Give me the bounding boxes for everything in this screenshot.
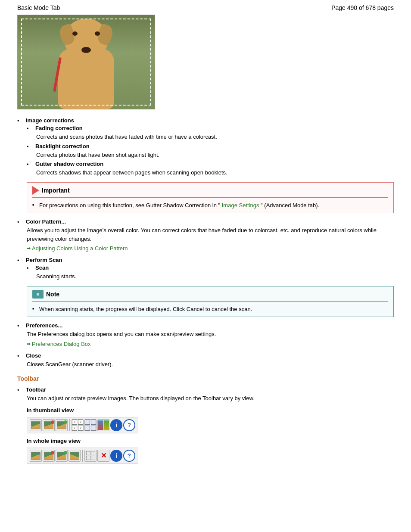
dog-eye-left [72, 31, 78, 36]
bullet-symbol-6: • [17, 257, 26, 264]
thumbnail-view-label: In thumbnail view [27, 407, 394, 414]
whole-toolbar-btn-5[interactable] [84, 450, 97, 462]
gutter-label: Gutter shadow correction [35, 161, 103, 167]
whole-image-view-label: In whole image view [27, 438, 394, 444]
fading-label: Fading correction [35, 125, 83, 131]
tb3-overlay [64, 420, 67, 424]
note-bullet: ■ [32, 307, 37, 311]
close-label: Close [26, 352, 41, 359]
preferences-desc: The Preferences dialog box opens and you… [27, 330, 394, 339]
bullet-symbol-7: • [27, 264, 35, 271]
toolbar-sep-1 [69, 419, 70, 431]
cb2 [78, 420, 83, 425]
dog-figure [43, 19, 129, 109]
cb4 [78, 426, 83, 431]
important-header: Important [32, 186, 388, 195]
whole-toolbar-btn-info[interactable]: i [110, 450, 122, 462]
image-settings-link[interactable]: Image Settings [222, 202, 259, 208]
thumbnail-toolbar: i ? [27, 417, 138, 433]
color-pattern-link[interactable]: Adjusting Colors Using a Color Pattern [27, 245, 128, 252]
toolbar-btn-info[interactable]: i [110, 419, 122, 431]
tb2-icon [44, 421, 53, 429]
scan-desc: Scanning starts. [36, 272, 394, 281]
toolbar-btn-help[interactable]: ? [123, 419, 135, 431]
scan-bullet: • Scan [27, 264, 394, 271]
page-title-left: Basic Mode Tab [17, 4, 60, 11]
sq2 [91, 420, 96, 425]
main-content: • Image corrections • Fading correction … [0, 15, 411, 478]
dog-eye-right [95, 31, 100, 36]
gutter-bullet: • Gutter shadow correction [27, 161, 394, 168]
note-item: ■ When scanning starts, the progress wil… [32, 305, 388, 314]
preferences-label: Preferences... [26, 322, 62, 329]
image-corrections-section: • Image corrections • Fading correction … [17, 117, 394, 177]
preferences-section: • Preferences... The Preferences dialog … [17, 322, 394, 347]
dg2 [91, 451, 95, 455]
toolbar-sep-2 [82, 450, 83, 462]
wtb5-content [86, 451, 95, 460]
whole-toolbar-btn-2[interactable] [43, 450, 55, 462]
backlight-bullet: • Backlight correction [27, 143, 394, 150]
toolbar-desc: You can adjust or rotate preview images.… [27, 394, 394, 403]
dog-torso [58, 49, 114, 109]
toolbar-btn-6[interactable] [97, 419, 109, 431]
dg3 [86, 456, 90, 460]
color-pattern-desc: Allows you to adjust the image’s overall… [27, 226, 394, 243]
color-pair-1 [98, 420, 109, 430]
dg4 [91, 456, 95, 460]
important-bullet: ■ [32, 203, 37, 208]
wtb4-bg [70, 452, 79, 460]
bullet-symbol-5: • [17, 218, 26, 225]
backlight-desc: Corrects photos that have been shot agai… [36, 151, 394, 159]
sq3 [85, 426, 90, 431]
backlight-label: Backlight correction [35, 143, 90, 149]
gutter-desc: Corrects shadows that appear between pag… [36, 168, 394, 177]
red-x-icon: ✕ [101, 451, 106, 460]
checkbox-grid-1 [72, 420, 83, 431]
preferences-link[interactable]: Preferences Dialog Box [27, 341, 91, 347]
wtb3-wrap [57, 452, 66, 460]
toolbar-btn-2[interactable] [43, 419, 55, 431]
bullet-symbol-8: • [17, 322, 26, 329]
color-bar-2 [104, 420, 109, 430]
bullet-symbol: • [17, 117, 26, 124]
preferences-bullet: • Preferences... [17, 322, 394, 329]
sq4 [91, 426, 96, 431]
whole-toolbar-btn-x[interactable]: ✕ [97, 450, 109, 462]
toolbar-bullet-section: • Toolbar You can adjust or rotate previ… [17, 386, 394, 464]
perform-scan-sub: • Scan Scanning starts. [27, 264, 394, 281]
note-icon-symbol: ≡ [37, 292, 39, 297]
close-bullet: • Close [17, 352, 394, 359]
fading-bullet: • Fading correction [27, 125, 394, 132]
note-text: When scanning starts, the progress will … [39, 305, 252, 314]
dog-head [65, 19, 108, 57]
whole-toolbar-btn-3[interactable] [56, 450, 68, 462]
toolbar-btn-5[interactable] [84, 419, 97, 431]
toolbar-label: Toolbar [26, 386, 46, 393]
important-text: For precautions on using this function, … [39, 201, 319, 210]
whole-image-toolbar: ✕ i ? [27, 448, 138, 464]
bullet-symbol-9: • [17, 352, 26, 359]
scan-label: Scan [35, 264, 49, 271]
tb1-bg [31, 421, 40, 429]
tb2-overlay [51, 420, 54, 424]
dg1 [86, 451, 90, 455]
toolbar-btn-3[interactable] [56, 419, 68, 431]
whole-toolbar-btn-1[interactable] [30, 450, 42, 462]
bullet-symbol-10: • [17, 386, 26, 393]
tb1-icon [31, 421, 40, 429]
whole-toolbar-btn-help[interactable]: ? [123, 450, 135, 462]
color-pattern-section: • Color Pattern... Allows you to adjust … [17, 218, 394, 252]
color-pattern-content: Allows you to adjust the image’s overall… [27, 226, 394, 252]
wtb5-grid [86, 451, 95, 460]
toolbar-btn-1[interactable] [30, 419, 42, 431]
toolbar-content: You can adjust or rotate preview images.… [27, 394, 394, 464]
note-icon: ≡ [32, 290, 44, 299]
close-desc: Closes ScanGear (scanner driver). [27, 360, 394, 369]
perform-scan-label: Perform Scan [26, 257, 62, 263]
bullet-symbol-4: • [27, 161, 35, 168]
bullet-symbol-3: • [27, 143, 35, 150]
fading-desc: Corrects and scans photos that have fade… [36, 133, 394, 141]
whole-toolbar-btn-4[interactable] [68, 450, 81, 462]
toolbar-btn-4[interactable] [72, 419, 84, 431]
